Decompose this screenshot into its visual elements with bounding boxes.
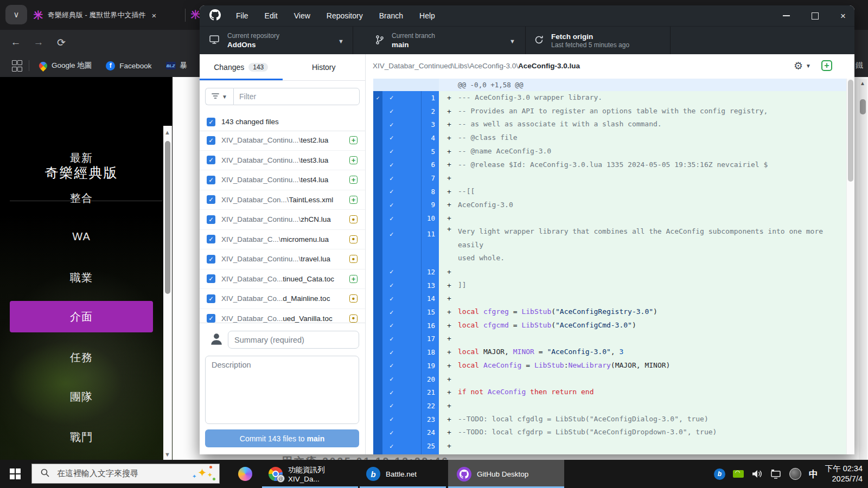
file-checkbox[interactable]: ✓ — [207, 215, 215, 224]
wow-menu-item[interactable]: 職業 — [0, 271, 163, 285]
line-included-check-icon[interactable]: ✓ — [382, 171, 421, 185]
wow-menu-item[interactable]: 團隊 — [0, 390, 163, 404]
line-included-check-icon[interactable]: ✓ — [382, 211, 421, 225]
file-row[interactable]: ✓XIV_Databar_Continu...\test3.lua+ — [200, 151, 365, 171]
file-checkbox[interactable]: ✓ — [207, 156, 215, 164]
expand-diff-button[interactable]: + — [821, 60, 832, 71]
tab-changes[interactable]: Changes 143 — [200, 54, 283, 80]
browser-tab-active[interactable]: 米 奇樂經典版 - 魔獸世界中文插件 × — [34, 4, 180, 26]
file-row[interactable]: ✓XIV_Databar_Continu...\zhCN.lua• — [200, 210, 365, 230]
nvidia-tray-icon[interactable] — [733, 470, 744, 478]
line-included-check-icon[interactable]: ✓ — [382, 185, 421, 198]
line-included-check-icon[interactable]: ✓ — [382, 118, 421, 131]
file-row[interactable]: ✓XIV_Databar_Continu...\travel.lua• — [200, 249, 365, 269]
diff-line-row[interactable]: ✓2+-- Provides an API to register an opt… — [366, 105, 846, 118]
bookmark-blizzard[interactable]: BLZ暴 — [166, 61, 188, 70]
filter-input[interactable] — [233, 88, 360, 105]
diff-line-row[interactable]: ✓13+]] — [366, 279, 846, 292]
start-button[interactable] — [0, 460, 30, 488]
forward-button[interactable]: → — [31, 35, 46, 49]
diff-line-row[interactable]: ✓24+--TODO: local cfgdrp = LibStub("AceC… — [366, 426, 846, 439]
wow-menu-item[interactable]: 整合 — [0, 191, 163, 206]
scrollbar-thumb[interactable] — [860, 99, 866, 114]
ime-tool-icon[interactable] — [789, 468, 801, 480]
line-included-check-icon[interactable]: ✓ — [382, 345, 421, 359]
taskbar-clock[interactable]: 下午 02:34 2025/7/4 — [825, 464, 863, 484]
select-all-checkbox[interactable]: ✓ — [207, 118, 215, 126]
network-icon[interactable] — [770, 469, 782, 479]
line-included-check-icon[interactable]: ✓ — [382, 332, 421, 346]
menu-view[interactable]: View — [294, 11, 310, 20]
wow-menu-item[interactable]: 最新 — [0, 151, 163, 165]
diff-line-row[interactable]: ✓4+-- @class file — [366, 131, 846, 145]
file-checkbox[interactable]: ✓ — [207, 255, 215, 264]
diff-line-row[interactable]: ✓10+ — [366, 211, 846, 225]
scrollbar-thumb[interactable] — [848, 80, 853, 182]
diff-line-row[interactable]: ✓20+ — [366, 373, 846, 386]
ime-language-indicator[interactable]: 中 — [809, 468, 818, 480]
diff-line-row[interactable]: ✓23+--TODO: local cfgdlg = LibStub("AceC… — [366, 413, 846, 426]
line-included-check-icon[interactable]: ✓ — [382, 305, 421, 319]
file-row[interactable]: ✓XIV_Databar_Con...\TaintLess.xml+ — [200, 190, 365, 210]
file-checkbox[interactable]: ✓ — [207, 136, 215, 145]
close-button[interactable]: × — [840, 11, 846, 21]
fetch-origin-button[interactable]: Fetch origin Last fetched 5 minutes ago — [526, 27, 670, 55]
filter-options-button[interactable]: ▼ — [205, 88, 233, 105]
file-checkbox[interactable]: ✓ — [207, 176, 215, 184]
tab-search-button[interactable]: ∨ — [5, 5, 27, 24]
scrollbar-thumb[interactable] — [165, 141, 170, 294]
diff-line-row[interactable]: ✓21+if not AceConfig then return end — [366, 386, 846, 399]
diff-line-row[interactable]: ✓3+-- as well as associate it with a sla… — [366, 118, 846, 131]
wow-menu-item[interactable]: 任務 — [0, 350, 163, 365]
file-row[interactable]: ✓XIV_Databar_Continu...\test2.lua+ — [200, 131, 365, 151]
diff-line-row[interactable]: ✓9+AceConfig-3.0 — [366, 198, 846, 212]
wow-menu-item-active[interactable]: 介面 — [10, 301, 153, 332]
tab-close-icon[interactable]: × — [152, 11, 157, 20]
bookmark-google-maps[interactable]: Google 地圖 — [39, 61, 92, 70]
diff-line-row[interactable]: ✓✓1+--- AceConfig-3.0 wrapper library. — [366, 91, 846, 105]
taskbar-battlenet-button[interactable]: b Battle.net — [360, 460, 446, 488]
line-included-check-icon[interactable]: ✓ — [382, 413, 421, 426]
diff-line-row[interactable]: ✓25+ — [366, 439, 846, 453]
line-included-check-icon[interactable]: ✓ — [382, 453, 421, 454]
scroll-up-icon[interactable]: ▲ — [164, 129, 170, 136]
line-included-check-icon[interactable]: ✓ — [382, 158, 421, 172]
diff-scrollbar[interactable] — [846, 79, 854, 454]
line-included-check-icon[interactable]: ✓ — [382, 105, 421, 118]
file-row[interactable]: ✓XIV_Databar_Co...tinued_Cata.toc+ — [200, 269, 365, 290]
line-included-check-icon[interactable]: ✓ — [382, 131, 421, 145]
line-included-check-icon[interactable]: ✓ — [382, 426, 421, 439]
diff-line-row[interactable]: ✓11+Very light wrapper library that comb… — [366, 225, 846, 265]
apps-grid-icon[interactable] — [12, 60, 21, 72]
line-included-check-icon[interactable]: ✓ — [382, 292, 421, 306]
commit-description-input[interactable] — [205, 356, 359, 424]
second-tab-favicon[interactable]: 米 — [191, 9, 200, 21]
line-included-check-icon[interactable]: ✓ — [382, 386, 421, 399]
menu-repository[interactable]: Repository — [327, 11, 363, 20]
wow-sidebar-scrollbar[interactable]: ▲ ▼ — [163, 126, 172, 460]
file-row[interactable]: ✓XIV_Databar_C...\micromenu.lua• — [200, 230, 365, 250]
scroll-down-icon[interactable]: ▼ — [164, 451, 170, 458]
line-included-check-icon[interactable]: ✓ — [382, 399, 421, 413]
file-checkbox[interactable]: ✓ — [207, 294, 215, 303]
taskbar-github-desktop-button[interactable]: GitHub Desktop — [448, 460, 564, 488]
file-checkbox[interactable]: ✓ — [207, 274, 215, 283]
diff-line-row[interactable]: ✓15+local cfgreg = LibStub("AceConfigReg… — [366, 305, 846, 319]
diff-line-row[interactable]: ✓12+ — [366, 265, 846, 279]
line-included-check-icon[interactable]: ✓ — [382, 279, 421, 292]
file-checkbox[interactable]: ✓ — [207, 195, 215, 204]
file-checkbox[interactable]: ✓ — [207, 235, 215, 243]
commit-button[interactable]: Commit 143 files to main — [205, 429, 359, 447]
line-included-check-icon[interactable]: ✓ — [382, 439, 421, 453]
diff-line-row[interactable]: ✓22+ — [366, 399, 846, 413]
file-row[interactable]: ✓XIV_Databar_Co...d_Mainline.toc• — [200, 289, 365, 309]
line-included-check-icon[interactable]: ✓ — [382, 319, 421, 332]
diff-line-row[interactable]: ✓7+ — [366, 171, 846, 185]
file-row[interactable]: ✓XIV_Databar_Co...ued_Vanilla.toc• — [200, 309, 365, 323]
browser-page-scrollbar[interactable]: ▲ — [859, 79, 867, 460]
line-included-check-icon[interactable]: ✓ — [382, 359, 421, 373]
diff-line-row[interactable]: ✓16+local cfgcmd = LibStub("AceConfigCmd… — [366, 319, 846, 332]
diff-line-row[interactable]: ✓14+ — [366, 292, 846, 306]
file-row[interactable]: ✓XIV_Databar_Continu...\test4.lua+ — [200, 170, 365, 190]
taskbar-chrome-button[interactable]: @ 功能資訊列 XIV_Da... — [262, 460, 358, 488]
